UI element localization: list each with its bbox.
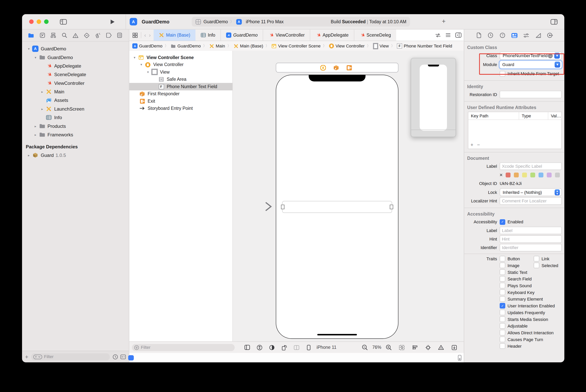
trait-updates-frequently-checkbox[interactable] — [499, 310, 505, 315]
phone-number-text-field[interactable] — [282, 201, 392, 213]
breakpoints-tab-icon[interactable] — [105, 31, 113, 39]
minimap-icon[interactable] — [445, 33, 451, 38]
disclosure-closed-icon[interactable]: ▸ — [33, 133, 38, 136]
go-forward-icon[interactable]: › — [149, 30, 154, 41]
jump-item-scene[interactable]: View Controller Scene — [271, 44, 321, 48]
add-attribute-button[interactable]: + — [470, 142, 477, 148]
accessibility-preview-icon[interactable] — [255, 343, 264, 351]
lock-popup-button[interactable]: Inherited – (Nothing) ▲▼ — [499, 188, 561, 196]
jump-item-view[interactable]: View — [373, 44, 389, 48]
tab-main-base[interactable]: Main (Base) — [154, 30, 195, 41]
localizer-hint-field[interactable] — [499, 197, 561, 205]
minimize-window-button[interactable] — [37, 19, 41, 24]
symbols-tab-icon[interactable] — [49, 31, 57, 39]
iphone-device-frame[interactable] — [276, 75, 398, 339]
tab-info[interactable]: Info — [196, 30, 221, 41]
appearance-icon[interactable] — [267, 343, 276, 351]
tab-viewcontroller[interactable]: ViewController — [263, 30, 310, 41]
help-inspector-icon[interactable]: ? — [498, 31, 506, 39]
nav-row-guarddemo-group[interactable]: ▾ GuardDemo — [22, 53, 129, 62]
nav-row-guard-package[interactable]: ▸ Guard 1.0.5 — [22, 151, 129, 160]
add-editor-icon[interactable] — [455, 32, 462, 38]
disclosure-closed-icon[interactable]: ▸ — [33, 124, 38, 128]
outline-row-view-controller[interactable]: ▾ View Controller — [129, 61, 232, 68]
issues-tab-icon[interactable] — [71, 31, 80, 39]
disclosure-open-icon[interactable]: ▾ — [139, 63, 143, 66]
find-tab-icon[interactable] — [60, 31, 69, 39]
nav-row-frameworks[interactable]: ▸ Frameworks — [22, 130, 129, 139]
add-file-button[interactable]: + — [25, 354, 28, 360]
scm-status-filter-icon[interactable] — [120, 354, 126, 359]
color-swatch-red[interactable] — [505, 172, 510, 177]
outline-row-exit[interactable]: Exit — [129, 98, 232, 105]
nav-row-scenedelegate[interactable]: SceneDelegate — [22, 70, 129, 79]
size-inspector-icon[interactable] — [534, 31, 542, 39]
storyboard-canvas[interactable] — [233, 51, 464, 342]
outline-row-view[interactable]: ▾ View — [129, 68, 232, 76]
tab-guarddemo[interactable]: A GuardDemo — [221, 30, 263, 41]
nav-row-products[interactable]: ▸ Products — [22, 122, 129, 130]
outline-row-first-responder[interactable]: 1 First Responder — [129, 90, 232, 98]
first-responder-icon[interactable] — [333, 65, 339, 70]
runtime-attributes-table[interactable]: Key Path Type Val… +− — [468, 112, 562, 149]
toggle-outline-button[interactable] — [128, 355, 134, 360]
outline-row-safe-area[interactable]: Safe Area — [129, 76, 232, 83]
disclosure-open-icon[interactable]: ▾ — [33, 56, 38, 59]
remove-attribute-button[interactable]: − — [477, 142, 484, 148]
nav-row-assets[interactable]: Assets — [22, 96, 129, 104]
nav-row-launchscreen[interactable]: ▸ LaunchScreen — [22, 104, 129, 113]
trait-link-checkbox[interactable] — [534, 256, 539, 262]
exit-icon[interactable] — [346, 65, 352, 70]
zoom-level[interactable]: 76% — [372, 345, 381, 350]
nav-row-appdelegate[interactable]: AppDelegate — [22, 62, 129, 70]
trait-direct-interaction-checkbox[interactable] — [499, 330, 505, 336]
nav-row-main-storyboard[interactable]: ▸ Main — [22, 87, 129, 96]
color-swatch-blue[interactable] — [538, 172, 543, 177]
project-navigator-tab-icon[interactable] — [27, 31, 35, 39]
zoom-in-icon[interactable] — [384, 343, 393, 351]
jump-item-main-base[interactable]: Main (Base) — [233, 44, 263, 48]
trait-button-checkbox[interactable] — [499, 256, 505, 262]
recent-files-filter-icon[interactable] — [112, 354, 118, 360]
disclosure-open-icon[interactable]: ▾ — [146, 70, 150, 74]
jump-item-main[interactable]: Main — [209, 44, 225, 48]
trait-search-field-checkbox[interactable] — [499, 276, 505, 282]
tab-appdelegate[interactable]: AppDelegate — [310, 30, 354, 41]
outline-filter-field[interactable]: Filter — [132, 344, 235, 351]
chevron-down-icon[interactable]: ▼ — [554, 53, 560, 59]
orientation-icon[interactable] — [280, 343, 289, 351]
nav-row-viewcontroller[interactable]: ViewController — [22, 79, 129, 87]
navigator-filter-field[interactable]: Filter — [31, 353, 110, 360]
device-icon[interactable] — [304, 343, 313, 351]
outline-row-entry-point[interactable]: Storyboard Entry Point — [129, 105, 232, 112]
restoration-id-field[interactable] — [499, 91, 561, 98]
run-button[interactable] — [110, 19, 115, 24]
clear-color-button[interactable]: × — [499, 172, 502, 178]
resize-handle-left[interactable] — [281, 205, 284, 209]
attributes-inspector-icon[interactable] — [522, 31, 530, 39]
jump-to-class-icon[interactable]: → — [548, 53, 553, 58]
embed-icon[interactable] — [450, 343, 458, 351]
toggle-inspector-icon[interactable] — [550, 19, 558, 24]
align-icon[interactable] — [410, 343, 419, 351]
class-combo-box[interactable]: PhoneNumberTextField → ▼ — [499, 52, 561, 60]
tab-scenedelegate[interactable]: SceneDeleg — [354, 30, 396, 41]
document-label-field[interactable] — [499, 162, 561, 170]
resolve-autolayout-icon[interactable]: A — [437, 343, 445, 351]
device-label[interactable]: iPhone 11 — [316, 345, 336, 350]
disclosure-closed-icon[interactable]: ▸ — [40, 90, 44, 94]
history-inspector-icon[interactable] — [487, 31, 495, 39]
resize-handle-right[interactable] — [390, 205, 393, 209]
disclosure-open-icon[interactable]: ▾ — [132, 56, 137, 59]
file-inspector-icon[interactable] — [474, 31, 483, 39]
jump-item-view-controller[interactable]: View Controller — [329, 44, 365, 48]
trait-header-checkbox[interactable] — [499, 343, 505, 349]
add-constraints-icon[interactable] — [423, 343, 432, 351]
close-window-button[interactable] — [29, 19, 34, 24]
related-items-icon[interactable] — [129, 30, 141, 41]
color-swatch-purple[interactable] — [547, 172, 551, 177]
scheme-status-capsule[interactable]: GuardDemo 〉 A iPhone 11 Pro Max Build Su… — [192, 17, 410, 26]
jump-item-text-field[interactable]: FPhone Number Text Field — [397, 44, 452, 48]
acc-hint-field[interactable] — [499, 235, 561, 243]
trait-image-checkbox[interactable] — [499, 262, 505, 268]
